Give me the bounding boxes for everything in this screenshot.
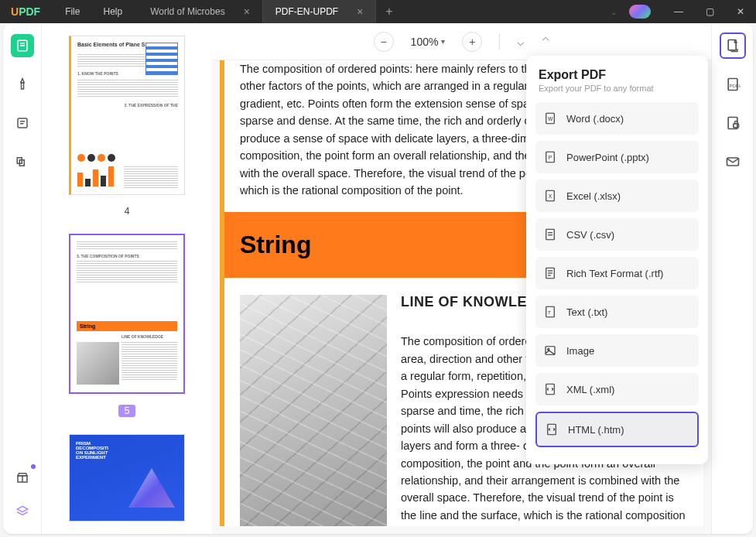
menu-file[interactable]: File [65,6,80,17]
thumbnail-page-5[interactable]: 3. THE COMPOSITION OF POINTS String LINE… [69,234,185,394]
export-rtf[interactable]: Rich Text Format (.rtf) [535,257,699,289]
thumbnail-panel[interactable]: Basic Elements of Plane Space 1. KNOW TH… [42,23,212,534]
document-tabs: World of Microbes × PDF-EN-UPDF × + [138,0,402,23]
xlsx-icon: X [543,189,557,203]
app-logo: UPDF [0,5,51,18]
new-tab-button[interactable]: + [376,0,402,23]
pptx-icon: P [543,150,557,164]
export-xml[interactable]: XML (.xml) [535,373,699,405]
svg-marker-11 [17,506,28,512]
export-subtitle: Export your PDF to any format [535,84,699,93]
svg-text:X: X [549,193,552,199]
image-icon [543,344,557,357]
export-html[interactable]: HTML (.htm) [535,412,699,447]
menu-help[interactable]: Help [103,6,122,17]
right-tool-rail: PDF/A [711,23,753,534]
chevron-down-icon[interactable]: ⌄ [611,8,617,16]
layers-button[interactable] [11,500,34,523]
svg-text:P: P [549,155,552,160]
titlebar-right: ⌄ — ▢ ✕ [611,0,756,23]
page-up-button[interactable]: ⌵ [517,34,525,49]
zoom-in-button[interactable]: + [462,32,482,52]
export-powerpoint[interactable]: P PowerPoint (.pptx) [535,141,699,173]
svg-text:T: T [548,310,551,315]
maximize-button[interactable]: ▢ [694,0,725,23]
gift-button[interactable] [11,466,34,489]
view-toolbar: − 100%▾ + ⌵ ⌵ [212,23,711,60]
convert-to-pdfa-button[interactable]: PDF/A [720,71,746,97]
page-top-button[interactable]: ⌵ [542,34,549,49]
txt-icon: T [543,305,557,319]
svg-rect-24 [546,229,555,240]
architecture-image [240,295,387,526]
close-icon[interactable]: × [357,5,363,18]
export-excel[interactable]: X Excel (.xlsx) [535,180,699,212]
html-icon [545,422,559,436]
mail-button[interactable] [720,149,746,175]
word-icon: W [543,111,557,125]
thumbnail-page-4[interactable]: Basic Elements of Plane Space 1. KNOW TH… [69,36,185,195]
svg-text:W: W [548,116,553,121]
thumb-number-5: 5 [118,405,136,417]
protect-button[interactable] [720,110,746,136]
close-window-button[interactable]: ✕ [725,0,756,23]
menu-bar: File Help [51,6,122,17]
thumbnail-page-6[interactable]: PRISM DECOMPOSITI ON SUNLIGHT EXPERIMENT [69,434,185,522]
export-image[interactable]: Image [535,334,699,367]
export-pdf-button[interactable] [720,32,746,59]
ai-brain-icon[interactable] [629,5,651,19]
tab-label: PDF-EN-UPDF [275,6,338,17]
export-pdf-panel: Export PDF Export your PDF to any format… [526,56,708,464]
tab-pdf-en-updf[interactable]: PDF-EN-UPDF × [263,0,377,23]
reader-mode-button[interactable] [11,34,34,57]
thumb-number-4: 4 [125,206,130,217]
svg-text:PDF/A: PDF/A [729,84,740,88]
edit-button[interactable] [11,111,34,135]
svg-rect-3 [21,83,23,89]
zoom-out-button[interactable]: − [374,32,394,52]
svg-point-34 [548,348,549,350]
export-title: Export PDF [535,68,699,82]
app-body: Basic Elements of Plane Space 1. KNOW TH… [3,23,753,534]
export-csv[interactable]: CSV (.csv) [535,218,699,251]
tab-label: World of Microbes [150,6,224,17]
annotate-button[interactable] [11,73,34,96]
chevron-down-icon: ▾ [441,37,445,46]
zoom-level[interactable]: 100%▾ [411,36,446,48]
export-txt[interactable]: T Text (.txt) [535,296,699,328]
left-tool-rail [3,23,42,534]
rtf-icon [543,266,557,280]
export-word[interactable]: W Word (.docx) [535,102,699,135]
close-icon[interactable]: × [244,5,250,18]
xml-icon [543,382,557,396]
minimize-button[interactable]: — [663,0,694,23]
titlebar: UPDF File Help World of Microbes × PDF-E… [0,0,756,23]
tab-world-of-microbes[interactable]: World of Microbes × [138,0,263,23]
csv-icon [543,227,557,241]
organize-button[interactable] [11,150,34,173]
